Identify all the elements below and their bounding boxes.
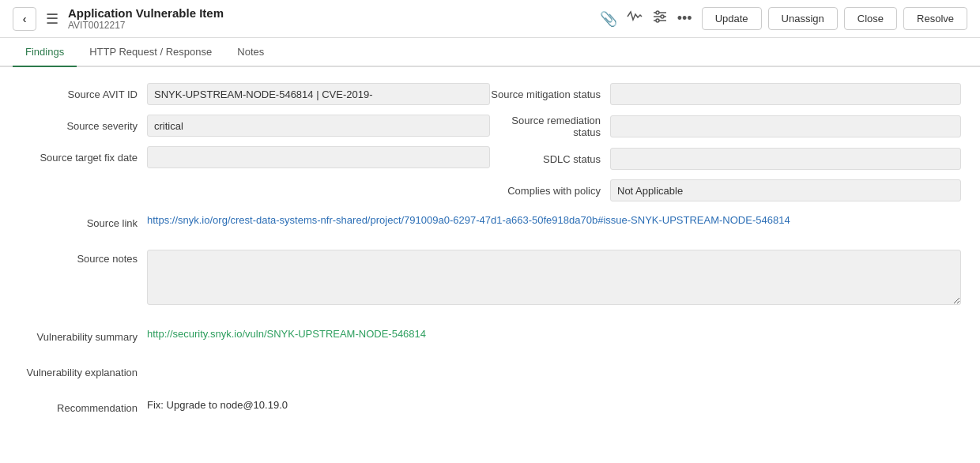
source-mitigation-status-row: Source mitigation status [490, 83, 961, 105]
vulnerability-explanation-row: Vulnerability explanation [19, 357, 961, 385]
tab-http[interactable]: HTTP Request / Response [77, 38, 224, 67]
source-severity-label: Source severity [19, 120, 138, 132]
source-target-fix-date-input[interactable] [147, 146, 490, 168]
svg-point-3 [656, 11, 659, 14]
complies-with-policy-label: Complies with policy [490, 185, 601, 197]
recommendation-label: Recommendation [19, 399, 138, 414]
recommendation-row: Recommendation Fix: Upgrade to node@10.1… [19, 393, 961, 420]
source-notes-textarea[interactable] [147, 250, 961, 305]
page-subtitle: AVIT0012217 [68, 20, 590, 31]
header-icons: 📎 ••• [600, 9, 692, 28]
complies-with-policy-row: Complies with policy [490, 179, 961, 201]
vulnerability-summary-link[interactable]: http://security.snyk.io/vuln/SNYK-UPSTRE… [147, 328, 426, 340]
source-link-label: Source link [19, 214, 138, 229]
source-avit-id-label: Source AVIT ID [19, 88, 138, 100]
more-icon[interactable]: ••• [677, 10, 692, 27]
source-notes-row: Source notes [19, 243, 961, 314]
source-remediation-status-row: Source remediationstatus [490, 115, 961, 138]
activity-icon[interactable] [627, 9, 643, 28]
sdlc-status-label: SDLC status [490, 153, 601, 165]
source-link-content: https://snyk.io/org/crest-data-systems-n… [147, 214, 961, 226]
source-mitigation-status-input[interactable] [610, 83, 961, 105]
form-grid: Source AVIT ID Source severity Source ta… [19, 83, 961, 201]
source-notes-content [147, 250, 961, 307]
page-title: Application Vulnerable Item [68, 6, 590, 20]
recommendation-value: Fix: Upgrade to node@10.19.0 [147, 399, 288, 411]
source-mitigation-status-label: Source mitigation status [490, 88, 601, 100]
unassign-button[interactable]: Unassign [768, 7, 838, 30]
settings-icon[interactable] [652, 9, 668, 28]
app-header: ‹ ☰ Application Vulnerable Item AVIT0012… [0, 0, 980, 38]
header-title-block: Application Vulnerable Item AVIT0012217 [68, 6, 590, 31]
attachment-icon[interactable]: 📎 [600, 10, 617, 28]
tab-findings[interactable]: Findings [13, 38, 77, 67]
tabs-bar: Findings HTTP Request / Response Notes [0, 38, 980, 67]
back-button[interactable]: ‹ [13, 7, 36, 31]
source-notes-label: Source notes [19, 250, 138, 265]
svg-point-4 [661, 15, 664, 18]
source-target-fix-date-label: Source target fix date [19, 152, 138, 164]
source-target-fix-date-row: Source target fix date [19, 146, 490, 168]
form-left: Source AVIT ID Source severity Source ta… [19, 83, 490, 201]
sdlc-status-input[interactable] [610, 148, 961, 170]
source-avit-id-row: Source AVIT ID [19, 83, 490, 105]
source-link-anchor[interactable]: https://snyk.io/org/crest-data-systems-n… [147, 214, 790, 226]
vulnerability-summary-row: Vulnerability summary http://security.sn… [19, 322, 961, 349]
menu-icon[interactable]: ☰ [46, 10, 58, 28]
source-remediation-status-input[interactable] [610, 115, 961, 137]
tab-notes[interactable]: Notes [224, 38, 277, 67]
vulnerability-summary-label: Vulnerability summary [19, 328, 138, 343]
source-remediation-status-label: Source remediationstatus [490, 115, 601, 138]
form-right: Source mitigation status Source remediat… [490, 83, 961, 201]
vulnerability-explanation-label: Vulnerability explanation [19, 363, 138, 378]
complies-with-policy-input[interactable] [610, 179, 961, 201]
vulnerability-summary-content: http://security.snyk.io/vuln/SNYK-UPSTRE… [147, 328, 961, 340]
source-severity-input[interactable] [147, 115, 490, 137]
header-actions: Update Unassign Close Resolve [702, 7, 967, 30]
form-section-bottom: Source link https://snyk.io/org/crest-da… [19, 201, 961, 420]
source-link-row: Source link https://snyk.io/org/crest-da… [19, 208, 961, 235]
sdlc-status-row: SDLC status [490, 148, 961, 170]
source-severity-row: Source severity [19, 115, 490, 137]
content-area: Source AVIT ID Source severity Source ta… [0, 67, 980, 436]
recommendation-content: Fix: Upgrade to node@10.19.0 [147, 399, 961, 411]
close-button[interactable]: Close [844, 7, 897, 30]
back-icon: ‹ [23, 13, 27, 25]
resolve-button[interactable]: Resolve [903, 7, 967, 30]
svg-point-5 [656, 19, 659, 22]
source-avit-id-input[interactable] [147, 83, 490, 105]
update-button[interactable]: Update [702, 7, 762, 30]
